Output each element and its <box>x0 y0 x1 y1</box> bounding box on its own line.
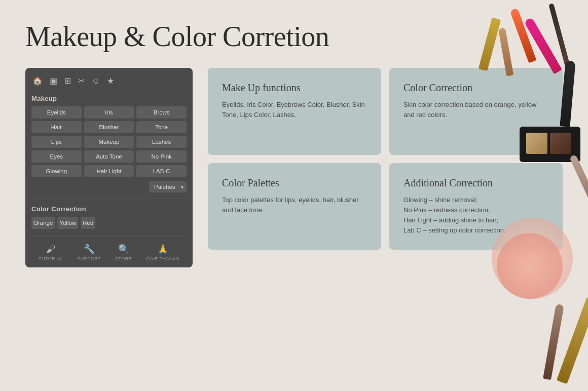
main-content: Makeup & Color Corretion 🏠 ▣ ⊞ ✂ ☺ ★ Mak… <box>0 0 588 288</box>
content-area: 🏠 ▣ ⊞ ✂ ☺ ★ Makeup Eyelids Iris Brows Ha… <box>25 68 563 267</box>
support-label: SUPPORT <box>77 256 101 261</box>
plugin-panel: 🏠 ▣ ⊞ ✂ ☺ ★ Makeup Eyelids Iris Brows Ha… <box>25 68 193 267</box>
give-thanks-icon: 🙏 <box>157 244 168 255</box>
card-makeup-functions: Make Up functions Eyelids, Iris Color, E… <box>208 68 381 155</box>
tutorial-icon: 🖌 <box>46 244 55 255</box>
makeup-section: Makeup Eyelids Iris Brows Hair Blusher T… <box>31 95 187 192</box>
btn-lab-c[interactable]: LAB-C <box>136 165 187 177</box>
btn-iris[interactable]: Iris <box>84 106 134 119</box>
divider <box>31 199 187 199</box>
palettes-row: Palettes <box>31 181 187 192</box>
btn-eyelids[interactable]: Eyelids <box>31 106 82 119</box>
card-makeup-functions-body: Eyelids, Iris Color, Eyebrows Color, Blu… <box>222 100 367 120</box>
card-makeup-functions-title: Make Up functions <box>222 82 367 94</box>
store-icon: 🔍 <box>118 244 129 255</box>
card-color-palettes-title: Color Palettes <box>222 177 367 189</box>
face-icon[interactable]: ☺ <box>92 76 100 86</box>
btn-hair-light[interactable]: Hair Light <box>84 165 134 177</box>
card-color-palettes: Color Palettes Top color palettes for li… <box>208 163 381 250</box>
home-icon[interactable]: 🏠 <box>32 76 43 86</box>
adjustments-icon[interactable]: ⊞ <box>64 76 71 86</box>
cards-grid: Make Up functions Eyelids, Iris Color, E… <box>208 68 563 250</box>
btn-blusher[interactable]: Blusher <box>84 121 134 133</box>
btn-glowing[interactable]: Glowing <box>31 165 82 177</box>
cc-buttons: Orange Yellow Red <box>31 217 187 229</box>
card-color-correction-body: Skin color correction based on orange, y… <box>403 100 548 120</box>
palettes-wrapper[interactable]: Palettes <box>149 181 187 192</box>
card-color-correction-title: Color Correction <box>403 82 548 94</box>
cc-label: Color Correction <box>31 205 187 213</box>
card-color-correction: Color Correction Skin color correction b… <box>389 68 563 155</box>
tools-icon[interactable]: ✂ <box>78 76 85 86</box>
tutorial-tool[interactable]: 🖌 TUTORIAL <box>39 244 63 261</box>
store-tool[interactable]: 🔍 STORE <box>115 244 132 261</box>
btn-orange[interactable]: Orange <box>31 217 55 229</box>
palettes-dropdown[interactable]: Palettes <box>149 181 187 192</box>
btn-lashes[interactable]: Lashes <box>136 136 187 148</box>
btn-tone[interactable]: Tone <box>136 121 187 133</box>
btn-hair[interactable]: Hair <box>31 121 82 133</box>
support-icon: 🔧 <box>84 244 95 255</box>
divider2 <box>31 235 187 236</box>
makeup-label: Makeup <box>31 95 187 102</box>
color-correction-section: Color Correction Orange Yellow Red <box>31 205 187 229</box>
makeup-buttons-grid: Eyelids Iris Brows Hair Blusher Tone Lip… <box>31 106 187 177</box>
card-additional-correction: Additional Correction Glowing – shine re… <box>389 163 563 250</box>
btn-auto-tone[interactable]: Auto Tone <box>84 150 134 163</box>
star-icon[interactable]: ★ <box>107 76 114 86</box>
panel-toolbar: 🏠 ▣ ⊞ ✂ ☺ ★ <box>31 74 187 88</box>
card-additional-correction-title: Additional Correction <box>403 177 548 189</box>
give-thanks-label: GIVE THANKS <box>146 256 179 261</box>
page-title: Makeup & Color Corretion <box>25 20 563 53</box>
card-color-palettes-body: Top color palettes for lips, eyelids, ha… <box>222 195 367 215</box>
btn-yellow[interactable]: Yellow <box>57 217 78 229</box>
btn-eyes[interactable]: Eyes <box>31 150 82 163</box>
give-thanks-tool[interactable]: 🙏 GIVE THANKS <box>146 244 179 261</box>
btn-no-pink[interactable]: No Pink <box>136 150 187 163</box>
btn-red[interactable]: Red <box>81 217 95 229</box>
btn-lips[interactable]: Lips <box>31 136 82 148</box>
btn-makeup[interactable]: Makeup <box>84 136 134 148</box>
store-label: STORE <box>115 256 132 261</box>
layers-icon[interactable]: ▣ <box>50 76 57 86</box>
tutorial-label: TUTORIAL <box>39 256 63 261</box>
btn-brows[interactable]: Brows <box>136 106 187 119</box>
support-tool[interactable]: 🔧 SUPPORT <box>77 244 101 261</box>
bottom-toolbar: 🖌 TUTORIAL 🔧 SUPPORT 🔍 STORE 🙏 GIVE THAN… <box>31 242 187 261</box>
card-additional-correction-body: Glowing – shine removal;No Pink – rednes… <box>403 195 548 236</box>
